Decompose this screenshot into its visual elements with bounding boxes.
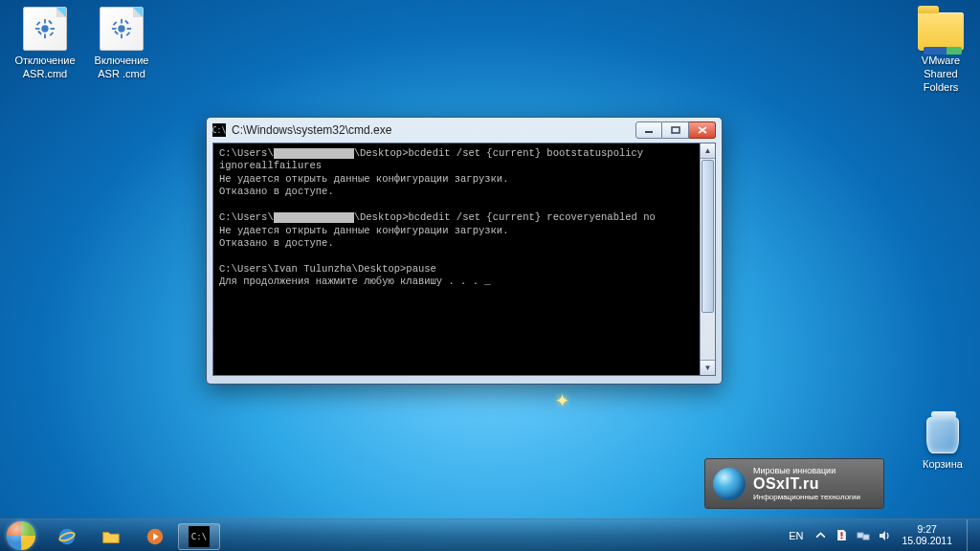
svg-rect-11: [121, 34, 122, 39]
cmd-icon: C:\: [189, 526, 210, 547]
gear-icon: [111, 18, 132, 39]
svg-rect-18: [645, 131, 653, 133]
svg-rect-13: [127, 28, 132, 30]
svg-rect-5: [36, 21, 41, 26]
cmd-title-icon: C:\: [212, 123, 226, 137]
folder-icon: [100, 526, 122, 547]
cmd-scrollbar[interactable]: ▲ ▼: [700, 143, 715, 375]
desktop-icon-label: Включение ASR .cmd: [86, 55, 157, 81]
clock[interactable]: 9:27 15.09.2011: [898, 524, 956, 546]
svg-rect-25: [841, 538, 843, 540]
desktop-icon-label: Отключение ASR.cmd: [10, 55, 80, 81]
svg-rect-12: [112, 28, 117, 30]
svg-rect-27: [863, 535, 869, 540]
clock-date: 15.09.2011: [902, 536, 952, 547]
desktop-icon-recycle-bin[interactable]: Корзина: [909, 409, 976, 472]
svg-rect-6: [50, 32, 55, 36]
window-titlebar[interactable]: C:\ C:\Windows\system32\cmd.exe: [207, 118, 722, 143]
recycle-bin-icon: [920, 409, 966, 455]
internet-explorer-icon: [56, 526, 78, 547]
svg-point-0: [41, 25, 48, 32]
svg-rect-26: [858, 533, 863, 538]
taskbar: C:\ EN 9:27 15.09.2011: [0, 518, 980, 551]
svg-rect-7: [48, 20, 53, 25]
maximize-button[interactable]: [662, 121, 689, 139]
taskbar-item-explorer[interactable]: [90, 523, 132, 550]
action-center-icon[interactable]: [835, 528, 849, 542]
brand-line2: OSxIT.ru: [753, 475, 860, 493]
svg-rect-3: [35, 28, 40, 30]
volume-icon[interactable]: [877, 528, 891, 542]
clock-time: 9:27: [902, 524, 952, 536]
brand-line1: Мировые инновации: [753, 466, 860, 475]
system-tray: EN 9:27 15.09.2011: [777, 519, 980, 551]
media-player-icon: [145, 526, 166, 547]
globe-icon: [713, 468, 746, 500]
svg-rect-16: [124, 20, 129, 25]
tray-expand-icon[interactable]: [813, 528, 828, 542]
cmd-output: C:\Users\\Desktop>bcdedit /set {current}…: [213, 143, 715, 293]
svg-rect-4: [51, 28, 56, 30]
desktop-icon-vmware-shared[interactable]: VMware Shared Folders: [905, 6, 976, 94]
cmd-body[interactable]: C:\Users\\Desktop>bcdedit /set {current}…: [212, 143, 716, 376]
desktop-icon-label: Корзина: [909, 458, 976, 472]
taskbar-item-cmd[interactable]: C:\: [178, 523, 220, 550]
svg-rect-15: [126, 32, 131, 36]
show-desktop-button[interactable]: [967, 519, 976, 552]
svg-rect-10: [121, 19, 122, 24]
svg-rect-2: [44, 34, 46, 39]
scroll-thumb[interactable]: [702, 160, 714, 313]
desktop-icon-file-2[interactable]: Включение ASR .cmd: [86, 6, 157, 81]
language-indicator[interactable]: EN: [785, 527, 807, 544]
svg-rect-24: [841, 532, 843, 536]
svg-rect-19: [672, 127, 679, 133]
desktop-icon-label: VMware Shared Folders: [905, 55, 976, 94]
minimize-button[interactable]: [635, 121, 662, 139]
taskbar-item-wmp[interactable]: [134, 523, 176, 550]
windows-logo-icon: [7, 520, 36, 550]
brand-watermark: Мировые инновации OSxIT.ru Информационны…: [704, 458, 884, 509]
close-button[interactable]: [689, 121, 716, 139]
svg-point-9: [118, 25, 124, 32]
svg-rect-8: [37, 31, 42, 35]
desktop-icon-file-1[interactable]: Отключение ASR.cmd: [10, 6, 80, 81]
network-icon[interactable]: [856, 528, 870, 542]
taskbar-item-ie[interactable]: [46, 523, 88, 550]
folder-icon: [918, 12, 964, 51]
scroll-up-button[interactable]: ▲: [701, 143, 715, 159]
brand-line3: Информационные технологии: [753, 493, 860, 501]
window-title: C:\Windows\system32\cmd.exe: [232, 123, 635, 137]
gear-icon: [34, 18, 56, 39]
cmd-window[interactable]: C:\ C:\Windows\system32\cmd.exe C:\Users…: [206, 117, 723, 385]
start-button[interactable]: [0, 519, 42, 551]
cursor-glint-icon: ✦: [555, 390, 569, 411]
svg-rect-17: [114, 31, 119, 35]
svg-rect-1: [44, 19, 46, 24]
svg-rect-14: [113, 21, 118, 26]
scroll-down-button[interactable]: ▼: [701, 360, 715, 375]
